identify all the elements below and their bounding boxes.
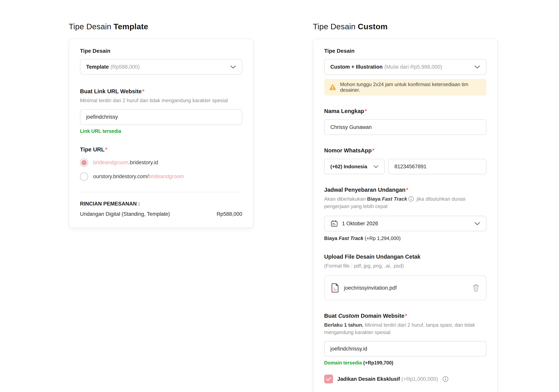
custom-panel: Tipe Desain Custom Tipe Desain Custom + … (313, 22, 498, 392)
divider (80, 192, 242, 192)
tipe-url-option-subdomain[interactable]: brideandgroom.bridestory.id (80, 159, 242, 167)
whatsapp-label: Nomor WhatsApp* (324, 147, 486, 154)
tipe-url-label: Tipe URL* (80, 146, 242, 153)
tipe-desain-label: Tipe Desain (324, 48, 486, 54)
country-code-value: (+62) Indonesia (330, 164, 367, 170)
jadwal-helper: Akan diberlakukan Biaya Fast Track jika … (324, 196, 486, 210)
title-prefix: Tipe Desain (69, 22, 113, 31)
link-url-input[interactable] (80, 109, 242, 125)
tipe-url-option-path[interactable]: ourstory.bridestory.com/brideandgroom (80, 173, 242, 181)
trash-icon (472, 284, 479, 292)
tipe-url-option-subdomain-label: brideandgroom.bridestory.id (93, 160, 158, 166)
whatsapp-number-input[interactable] (388, 159, 486, 174)
template-panel-title: Tipe Desain Template (69, 22, 253, 31)
title-bold: Custom (358, 22, 388, 31)
link-url-helper: Minimal terdiri dari 2 huruf dan tidak m… (80, 97, 242, 104)
tipe-desain-select-value: Template(Rp588,000) (86, 64, 140, 70)
title-prefix: Tipe Desain (313, 22, 358, 31)
page: Tipe Desain Template Tipe Desain Templat… (0, 0, 559, 392)
uploaded-file-row: joechrissyinvitation.pdf (324, 276, 486, 300)
jadwal-label: Jadwal Penyebaran Undangan* (324, 187, 486, 193)
calendar-icon (330, 220, 338, 227)
file-pdf-icon (331, 283, 339, 293)
chevron-down-icon (474, 65, 480, 69)
date-value: 1 Oktober 2026 (342, 221, 378, 227)
jadwal-date-select[interactable]: 1 Oktober 2026 (324, 216, 486, 231)
tipe-desain-select[interactable]: Custom + Illustration(Mulai dari Rp5,988… (324, 59, 486, 75)
link-url-success: Link URL tersedia (80, 128, 242, 134)
order-summary-heading: RINCIAN PEMESANAN : (80, 201, 242, 207)
chevron-down-icon (230, 65, 236, 69)
delete-file-button[interactable] (472, 284, 479, 292)
required-asterisk: * (406, 187, 408, 193)
link-url-label: Buat Link URL Website* (80, 88, 242, 95)
required-asterisk: * (142, 88, 144, 94)
title-bold: Template (113, 22, 148, 31)
template-card: Tipe Desain Template(Rp588,000) Buat Lin… (69, 39, 253, 228)
exclusive-design-label: Jadikan Desain Eksklusif (+Rp1,000,000) (337, 376, 438, 382)
nama-lengkap-input[interactable] (324, 119, 486, 135)
upload-format-note: (Format file : pdf, jpg, png, .ai, .psd) (324, 262, 486, 270)
warning-icon (329, 84, 336, 90)
order-item-price: Rp588,000 (217, 211, 242, 217)
uploaded-file-name: joechrissyinvitation.pdf (344, 285, 397, 291)
tipe-desain-label: Tipe Desain (80, 48, 242, 54)
custom-domain-helper: Berlaku 1 tahun. Minimal terdiri dari 2 … (324, 321, 486, 336)
info-icon[interactable] (442, 376, 448, 382)
country-code-select[interactable]: (+62) Indonesia (324, 159, 385, 174)
required-asterisk: * (105, 146, 107, 152)
checkbox-checked-icon[interactable] (324, 374, 333, 383)
tipe-url-option-path-label: ourstory.bridestory.com/brideandgroom (93, 174, 184, 179)
chevron-down-icon (373, 165, 379, 168)
radio-selected-icon[interactable] (80, 159, 88, 167)
nama-lengkap-label: Nama Lengkap* (324, 108, 486, 114)
radio-unselected-icon[interactable] (80, 173, 88, 181)
required-asterisk: * (405, 313, 407, 319)
chevron-down-icon (474, 222, 480, 225)
whatsapp-row: (+62) Indonesia (324, 159, 486, 174)
domain-success: Domain tersedia (+Rp199,700) (324, 360, 486, 366)
info-icon[interactable] (408, 196, 414, 202)
tipe-desain-select-value: Custom + Illustration(Mulai dari Rp5,988… (330, 64, 442, 70)
fast-track-fee: Biaya Fast Track (+Rp 1,294,000) (324, 236, 486, 241)
warning-text: Mohon tunggu 2x24 jam untuk konfirmasi k… (340, 82, 481, 93)
tipe-desain-select[interactable]: Template(Rp588,000) (80, 59, 242, 75)
check-icon (326, 377, 331, 381)
required-asterisk: * (372, 147, 374, 153)
order-item-name: Undangan Digital (Standing, Template) (80, 211, 170, 217)
template-panel: Tipe Desain Template Tipe Desain Templat… (69, 22, 253, 228)
required-asterisk: * (365, 108, 367, 114)
upload-label: Upload File Desain Undangan Cetak (324, 254, 486, 260)
designer-availability-warning: Mohon tunggu 2x24 jam untuk konfirmasi k… (324, 79, 486, 96)
custom-panel-title: Tipe Desain Custom (313, 22, 498, 31)
exclusive-design-checkbox-row[interactable]: Jadikan Desain Eksklusif (+Rp1,000,000) (324, 374, 486, 383)
date-value-group: 1 Oktober 2026 (330, 220, 378, 227)
custom-domain-label: Buat Custom Domain Website* (324, 313, 486, 319)
custom-domain-input[interactable] (324, 341, 486, 356)
order-summary-row: Undangan Digital (Standing, Template) Rp… (80, 211, 242, 217)
custom-card: Tipe Desain Custom + Illustration(Mulai … (313, 39, 498, 392)
